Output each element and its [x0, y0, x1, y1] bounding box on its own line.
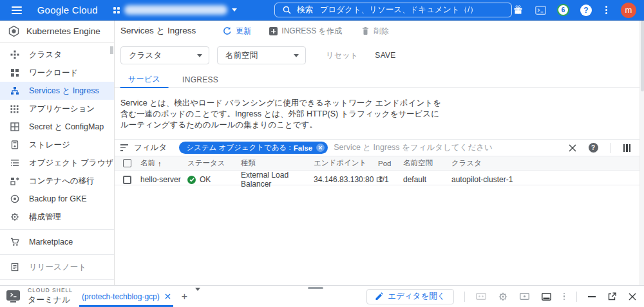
tab-ingress[interactable]: INGRESS: [174, 71, 227, 88]
sidebar-item-release-notes[interactable]: リリースノート: [0, 258, 114, 276]
minimize-panel-icon[interactable]: [588, 296, 596, 297]
chip-remove-icon[interactable]: [316, 144, 325, 152]
add-tab-icon[interactable]: +: [182, 292, 187, 302]
kubernetes-engine-icon: [8, 25, 20, 37]
cell-namespace: default: [403, 175, 451, 184]
google-cloud-logo[interactable]: Google Cloud: [37, 5, 98, 15]
tab-services[interactable]: サービス: [120, 71, 169, 88]
cell-endpoint[interactable]: 34.146.83.130:80: [314, 175, 378, 184]
sidebar-item-storage[interactable]: ストレージ: [0, 136, 114, 154]
sidebar-item-services-ingress[interactable]: Services と Ingress: [0, 82, 114, 100]
refresh-icon: [223, 26, 232, 35]
search-input[interactable]: 検索 プロダクト、リソース、ドキュメント（/）: [274, 3, 512, 17]
filter-chip-system-object[interactable]: システム オブジェクトである : False: [179, 142, 328, 154]
select-all-checkbox[interactable]: [123, 159, 131, 167]
cloud-shell-label: CLOUD SHELL: [28, 287, 73, 293]
row-checkbox[interactable]: [123, 176, 131, 184]
column-header-type[interactable]: 種類: [241, 158, 314, 168]
delete-button[interactable]: 削除: [361, 26, 389, 37]
divider: [464, 292, 465, 302]
more-options-icon[interactable]: [564, 293, 565, 301]
add-box-icon: [269, 27, 278, 35]
gcp-console: Google Cloud 検索 プロダクト、リソース、ドキュメント（/） 6 ?…: [0, 0, 644, 307]
screen-preview-icon[interactable]: [520, 293, 529, 300]
dock-panel-icon[interactable]: [542, 293, 551, 301]
divider: [0, 279, 114, 280]
divider: [0, 229, 114, 230]
avatar[interactable]: m: [621, 3, 636, 18]
menu-icon[interactable]: [12, 4, 24, 17]
cell-type: External Load Balancer: [241, 171, 314, 189]
column-display-icon[interactable]: [623, 144, 631, 152]
column-header-pod[interactable]: Pod: [378, 160, 403, 167]
sidebar-item-config-management[interactable]: 構成管理: [0, 208, 114, 226]
top-bar: Google Cloud 検索 プロダクト、リソース、ドキュメント（/） 6 ?…: [0, 0, 644, 21]
gift-icon[interactable]: [512, 5, 524, 16]
divider: [611, 143, 611, 153]
filter-icon[interactable]: [120, 144, 128, 151]
panel-resize-handle[interactable]: [308, 287, 323, 289]
clear-filter-icon[interactable]: [569, 144, 576, 152]
column-header-endpoint[interactable]: エンドポイント: [314, 158, 378, 168]
create-ingress-button[interactable]: INGRESS を作成: [269, 26, 342, 37]
tab-list-caret-icon[interactable]: [195, 291, 200, 302]
help-icon[interactable]: ?: [580, 5, 592, 16]
reset-button[interactable]: リセット: [326, 50, 358, 61]
sidebar-item-object-browser[interactable]: オブジェクト ブラウザ: [0, 154, 114, 172]
sidebar-item-clusters[interactable]: クラスタ: [0, 46, 114, 64]
column-header-namespace[interactable]: 名前空間: [403, 158, 451, 168]
filter-label[interactable]: フィルタ: [134, 142, 167, 153]
table-header: 名前 ↑ ステータス 種類 エンドポイント Pod 名前空間 クラスタ: [115, 156, 639, 171]
vertical-scrollbar[interactable]: [639, 21, 644, 285]
cell-name[interactable]: hello-server: [140, 175, 187, 184]
search-icon: [283, 6, 291, 14]
window-controls: [588, 292, 636, 301]
marketplace-icon: [10, 237, 19, 247]
refresh-button[interactable]: 更新: [223, 26, 251, 37]
release-notes-icon: [10, 263, 19, 272]
cloud-shell-title: CLOUD SHELL ターミナル: [28, 287, 73, 306]
sidebar-item-migrate-to-containers[interactable]: コンテナへの移行: [0, 172, 114, 190]
sort-ascending-icon: ↑: [158, 160, 162, 167]
open-in-new-window-icon[interactable]: [608, 292, 616, 301]
terminal-label: ターミナル: [28, 294, 73, 306]
save-button[interactable]: SAVE: [375, 51, 395, 60]
workloads-icon: [10, 68, 19, 78]
column-header-name[interactable]: 名前 ↑: [140, 158, 187, 168]
close-tab-icon[interactable]: [165, 293, 171, 299]
storage-icon: [10, 140, 19, 150]
terminal-tab[interactable]: (protech-techblog-gcp): [79, 286, 173, 307]
filter-input-placeholder[interactable]: Service と Ingress をフィルタしてください: [334, 142, 493, 153]
column-header-status[interactable]: ステータス: [187, 158, 241, 168]
sidebar-item-backup-for-gke[interactable]: Backup for GKE: [0, 190, 114, 208]
column-header-cluster[interactable]: クラスタ: [451, 158, 639, 168]
table-filter-bar: フィルタ システム オブジェクトである : False Service と In…: [115, 139, 639, 156]
chevron-down-icon: [232, 8, 237, 12]
page-description: Service とは、検出やロード バランシングに使用できるネットワーク エンド…: [120, 98, 441, 131]
filter-bar-actions: ?: [569, 143, 631, 153]
open-editor-button[interactable]: エディタを開く: [366, 289, 453, 304]
sidebar-item-workloads[interactable]: ワークロード: [0, 64, 114, 82]
status-ok-icon: [187, 176, 196, 184]
sidebar-scrollbar[interactable]: [110, 46, 113, 54]
divider: [576, 292, 577, 302]
filter-help-icon[interactable]: ?: [589, 143, 598, 153]
sidebar-item-marketplace[interactable]: Marketplace: [0, 233, 114, 251]
activate-cloud-shell-icon[interactable]: [535, 5, 546, 16]
cloud-shell-bar: CLOUD SHELL ターミナル (protech-techblog-gcp)…: [0, 285, 644, 307]
divider: [0, 254, 114, 255]
cluster-select[interactable]: クラスタ: [120, 46, 209, 64]
sidebar-item-secret-configmap[interactable]: Secret と ConfigMap: [0, 118, 114, 136]
sidebar-item-applications[interactable]: アプリケーション: [0, 100, 114, 118]
web-preview-icon[interactable]: [476, 293, 486, 300]
more-vert-icon[interactable]: [603, 6, 610, 14]
close-panel-icon[interactable]: [629, 293, 636, 301]
services-ingress-icon: [10, 86, 19, 96]
settings-gear-icon[interactable]: [498, 292, 507, 301]
project-icon: [113, 7, 120, 14]
config-management-icon: [10, 212, 19, 222]
notifications-badge[interactable]: 6: [557, 4, 569, 16]
project-selector[interactable]: [113, 5, 237, 15]
cluster-icon: [10, 50, 19, 60]
namespace-select[interactable]: 名前空間: [217, 46, 306, 64]
